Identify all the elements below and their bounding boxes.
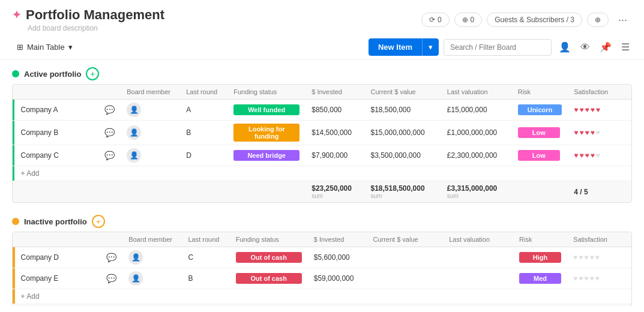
group-active-label: Active portfolio — [24, 70, 81, 79]
risk-cell[interactable]: Med — [513, 268, 567, 289]
heart-icon: ♥ — [595, 274, 600, 283]
chat-cell[interactable]: 💬 — [98, 121, 121, 145]
sum-row: $23,250,000sum $18,518,500,000sum £3,315… — [13, 181, 631, 203]
invested-cell: $59,000,000 — [308, 268, 367, 289]
satisfaction-cell: ♥♥♥♥♥ — [568, 100, 631, 121]
new-item-wrapper: New Item ▾ — [369, 38, 439, 56]
table-row: Company E 💬 👤 B Out of cash $59,000,000 … — [13, 268, 631, 289]
active-table-wrapper: Board member Last round Funding status $… — [12, 84, 632, 203]
app-header: ✦ Portfolio Management Add board descrip… — [0, 0, 644, 35]
sum-current: $0sum — [367, 304, 443, 307]
guests-label: Guests & Subscribers / 3 — [495, 16, 574, 24]
invite-icon: ⊕ — [595, 16, 601, 24]
heart-icon: ♥ — [585, 106, 589, 114]
risk-badge: Unicorn — [518, 104, 562, 115]
heart-icon: ♥ — [596, 151, 600, 160]
integrations-button[interactable]: ⊕ 0 — [454, 13, 483, 27]
heart-icon: ♥ — [591, 106, 595, 114]
funding-status-cell[interactable]: Need bridge — [227, 145, 305, 166]
last-valuation-cell — [443, 268, 513, 289]
chevron-down-icon: ▾ — [68, 43, 73, 52]
col-invested-header: $ Invested — [305, 85, 364, 100]
col-board-header: Board member — [121, 85, 180, 100]
add-row-label[interactable]: + Add — [14, 166, 631, 181]
user-icon[interactable]: 👤 — [556, 39, 573, 55]
person-icon: 👤 — [127, 103, 141, 117]
board-member-cell[interactable]: 👤 — [122, 247, 182, 268]
board-description[interactable]: Add board description — [28, 24, 164, 32]
heart-icon: ♥ — [584, 253, 588, 262]
content-area: Active portfolio + Board member Last rou… — [0, 60, 644, 306]
add-row[interactable]: + Add — [13, 289, 631, 304]
group-active-dot — [12, 70, 19, 77]
table-icon: ⊞ — [17, 43, 23, 52]
heart-icon: ♥ — [591, 151, 595, 160]
board-member-cell[interactable]: 👤 — [121, 121, 180, 145]
main-table-label: Main Table — [27, 43, 65, 52]
main-table-button[interactable]: ⊞ Main Table ▾ — [12, 40, 77, 54]
search-input[interactable] — [444, 39, 552, 56]
risk-cell[interactable]: Low — [512, 145, 568, 166]
company-name: Company D — [15, 247, 101, 268]
group-inactive-header: Inactive portfolio + — [12, 215, 632, 228]
group-active-add-button[interactable]: + — [86, 67, 99, 80]
heart-icon: ♥ — [573, 274, 577, 283]
col-chat-header — [100, 232, 122, 247]
heart-icon: ♥ — [579, 106, 583, 114]
more-button[interactable]: ··· — [613, 11, 632, 29]
automations-button[interactable]: ⟳ 0 — [421, 13, 450, 27]
risk-cell[interactable]: High — [513, 247, 567, 268]
current-value-cell — [367, 247, 443, 268]
filter-icon[interactable]: ☰ — [619, 39, 632, 55]
company-name: Company C — [14, 145, 98, 166]
sum-name — [14, 181, 98, 203]
guests-button[interactable]: Guests & Subscribers / 3 — [487, 13, 582, 27]
board-member-cell[interactable]: 👤 — [121, 145, 180, 166]
new-item-dropdown-button[interactable]: ▾ — [422, 38, 439, 56]
risk-cell[interactable]: Low — [512, 121, 568, 145]
board-member-cell[interactable]: 👤 — [122, 268, 182, 289]
last-valuation-cell: £1,000,000,000 — [441, 121, 512, 145]
toolbar-left: ⊞ Main Table ▾ — [12, 40, 77, 54]
sum-board — [121, 181, 180, 203]
risk-cell[interactable]: Unicorn — [512, 100, 568, 121]
add-row-label[interactable]: + Add — [15, 289, 631, 304]
automations-count: 0 — [438, 16, 442, 24]
group-inactive-add-button[interactable]: + — [92, 215, 105, 228]
chat-icon: 💬 — [104, 151, 115, 160]
chat-cell[interactable]: 💬 — [98, 145, 121, 166]
chat-cell[interactable]: 💬 — [100, 268, 122, 289]
chat-icon: 💬 — [106, 274, 116, 283]
invite-button[interactable]: ⊕ — [587, 13, 609, 27]
eye-icon[interactable]: 👁 — [578, 40, 592, 55]
person-icon: 👤 — [128, 250, 143, 265]
company-name: Company E — [15, 268, 101, 289]
heart-icon: ♥ — [579, 253, 583, 262]
add-row[interactable]: + Add — [13, 166, 631, 181]
sum-satisfaction: 0 / 5 — [567, 304, 631, 307]
funding-status-cell[interactable]: Out of cash — [230, 247, 308, 268]
last-round-cell: A — [180, 100, 227, 121]
chat-cell[interactable]: 💬 — [100, 247, 122, 268]
app-icon: ✦ — [12, 8, 21, 22]
chat-cell[interactable]: 💬 — [98, 100, 121, 121]
satisfaction-cell: ♥♥♥♥♥ — [568, 121, 631, 145]
sum-satisfaction: 4 / 5 — [568, 181, 631, 203]
col-name-header — [15, 232, 101, 247]
funding-status-cell[interactable]: Out of cash — [230, 268, 308, 289]
heart-icon: ♥ — [584, 274, 588, 283]
table-row: Company D 💬 👤 C Out of cash $5,600,000 H… — [13, 247, 631, 268]
funding-status-badge: Need bridge — [233, 150, 299, 161]
risk-badge: Med — [519, 273, 561, 284]
company-name: Company B — [14, 121, 98, 145]
new-item-button[interactable]: New Item — [369, 38, 422, 56]
board-member-cell[interactable]: 👤 — [121, 100, 180, 121]
last-valuation-cell: £15,000,000 — [441, 100, 512, 121]
heart-icon: ♥ — [596, 106, 600, 114]
current-value-cell: $18,500,000 — [364, 100, 441, 121]
col-valuation-header: Last valuation — [441, 85, 512, 100]
funding-status-cell[interactable]: Well funded — [227, 100, 305, 121]
funding-status-cell[interactable]: Looking for funding — [227, 121, 305, 145]
sum-current: $18,518,500,000sum — [364, 181, 441, 203]
pin-icon[interactable]: 📌 — [597, 39, 614, 55]
